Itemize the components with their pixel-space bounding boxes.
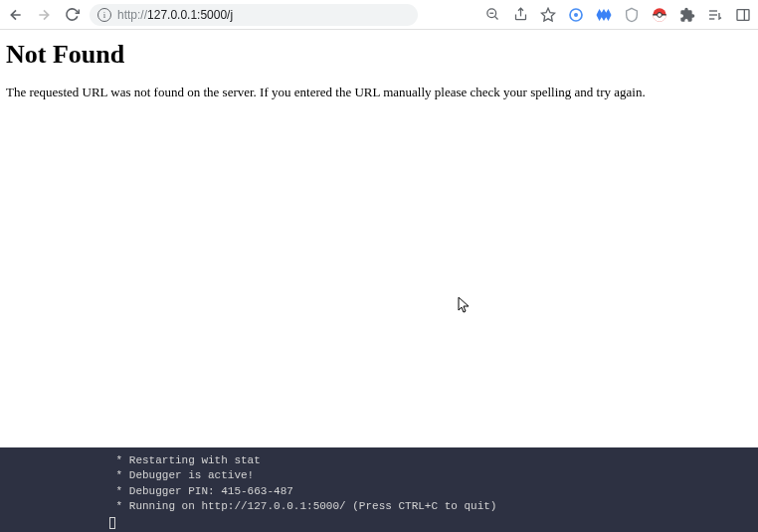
terminal-line: * Debugger PIN: 415-663-487 [109, 484, 758, 499]
svg-point-10 [659, 14, 661, 16]
error-message: The requested URL was not found on the s… [6, 84, 752, 101]
reload-button[interactable] [62, 5, 82, 25]
svg-line-1 [494, 16, 497, 19]
terminal-line: * Restarting with stat [109, 453, 758, 468]
svg-marker-4 [541, 8, 554, 21]
forward-button[interactable] [34, 5, 54, 25]
terminal-panel[interactable]: * Restarting with stat * Debugger is act… [0, 447, 758, 532]
page-content: Not Found The requested URL was not foun… [0, 30, 758, 111]
terminal-line: * Running on http://127.0.0.1:5000/ (Pre… [109, 499, 758, 514]
terminal-cursor-icon [109, 517, 115, 529]
extension-icon-1[interactable] [567, 6, 585, 24]
svg-point-6 [574, 13, 578, 17]
svg-rect-14 [737, 9, 749, 20]
extension-icon-4[interactable] [651, 6, 668, 24]
share-icon[interactable] [511, 6, 529, 24]
zoom-icon[interactable] [483, 6, 501, 24]
browser-toolbar: i http://127.0.0.1:5000/j [0, 0, 758, 30]
mouse-cursor-icon [458, 296, 472, 318]
site-info-icon[interactable]: i [97, 8, 111, 22]
extension-icon-2[interactable] [595, 6, 613, 24]
extension-icon-3[interactable] [623, 6, 641, 24]
reading-list-icon[interactable] [706, 6, 724, 24]
error-heading: Not Found [6, 40, 752, 70]
side-panel-icon[interactable] [734, 6, 752, 24]
url-text: http://127.0.0.1:5000/j [117, 8, 410, 22]
toolbar-icons [483, 6, 752, 24]
bookmark-star-icon[interactable] [539, 6, 557, 24]
address-bar[interactable]: i http://127.0.0.1:5000/j [90, 4, 418, 26]
extensions-puzzle-icon[interactable] [678, 6, 696, 24]
back-button[interactable] [6, 5, 26, 25]
terminal-line: * Debugger is active! [109, 468, 758, 483]
